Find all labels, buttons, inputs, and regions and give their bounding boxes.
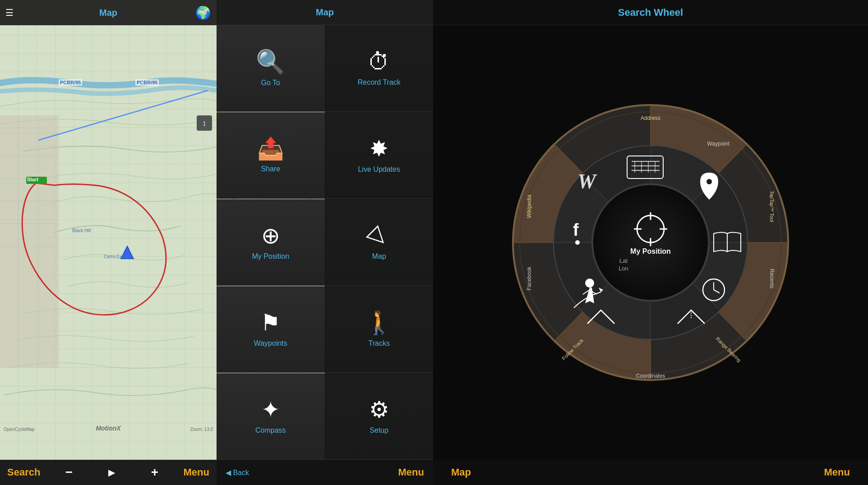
map-footer: Search − ▶ + Menu — [0, 460, 217, 485]
menu-item-setup[interactable]: ⚙ Setup — [325, 373, 434, 460]
menu-item-go-to[interactable]: 🔍 Go To — [217, 25, 325, 112]
search-wheel: f W My Position Address Wayp — [511, 103, 790, 382]
svg-point-54 — [575, 240, 580, 245]
my-position-label: My Position — [252, 252, 289, 261]
live-updates-label: Live Updates — [358, 165, 400, 174]
svg-text:My Position: My Position — [630, 247, 671, 255]
menu-footer: ◀ Back Menu — [217, 460, 433, 485]
menu-header: Map — [217, 0, 433, 25]
navigation-arrow-icon: ▷ — [365, 221, 393, 249]
cerro-cabrillo-label: Cerro Cabrillo — [104, 254, 132, 259]
start-label: Start — [27, 177, 38, 182]
svg-text:TapTap™ Tool: TapTap™ Tool — [769, 191, 775, 222]
svg-text:Address: Address — [641, 115, 660, 121]
black-hill-label: Black Hill — [72, 228, 91, 233]
zoom-in-button[interactable]: + — [133, 465, 176, 480]
search-button[interactable]: Search — [0, 467, 47, 478]
menu-item-my-position[interactable]: ⊕ My Position — [217, 199, 325, 286]
menu-footer-button[interactable]: Menu — [398, 467, 424, 478]
svg-text:Waypoint: Waypoint — [707, 141, 729, 147]
tracks-label: Tracks — [369, 339, 390, 348]
wheel-header: Search Wheel — [433, 0, 868, 25]
wheel-menu-button[interactable]: Menu — [824, 467, 850, 478]
svg-point-45 — [706, 179, 712, 184]
back-button[interactable]: ◀ Back — [226, 468, 249, 477]
map-panel: ☰ Map 🌍 — [0, 0, 217, 485]
flag-icon: ⚑ — [260, 311, 281, 334]
menu-item-record-track[interactable]: ⏱ Record Track — [325, 25, 434, 112]
setup-label: Setup — [369, 426, 388, 435]
svg-text:Lat: Lat — [619, 257, 628, 264]
map-header: ☰ Map 🌍 — [0, 0, 217, 25]
compass-icon: ✦ — [261, 398, 280, 421]
map-brand: MotionX — [96, 425, 120, 432]
menu-item-waypoints[interactable]: ⚑ Waypoints — [217, 286, 325, 373]
svg-text:Facebook: Facebook — [526, 266, 532, 291]
search-wheel-title: Search Wheel — [618, 7, 683, 18]
svg-line-9 — [38, 91, 208, 140]
road-label-2: PCBR/95 — [135, 79, 159, 86]
walker-icon: 🚶 — [365, 311, 393, 334]
map-title: Map — [99, 8, 117, 18]
hamburger-icon[interactable]: ☰ — [5, 7, 14, 18]
menu-item-share[interactable]: 📤 Share — [217, 112, 325, 199]
map-item-label: Map — [372, 252, 386, 261]
svg-text:Lon: Lon — [619, 265, 628, 272]
go-to-label: Go To — [261, 79, 280, 87]
svg-text:Recents: Recents — [769, 269, 775, 288]
compass-label: Compass — [255, 426, 286, 435]
wheel-footer: Map Menu — [433, 460, 868, 485]
navigate-button[interactable]: ▶ — [90, 467, 133, 478]
menu-grid: 🔍 Go To ⏱ Record Track 📤 Share ✸ Live Up… — [217, 25, 433, 460]
svg-rect-0 — [0, 115, 59, 368]
zoom-toggle[interactable]: ↕ — [197, 115, 212, 131]
zoom-controls: ↕ — [197, 115, 212, 131]
wheel-content: f W My Position Address Wayp — [433, 25, 868, 460]
waypoints-label: Waypoints — [254, 339, 287, 348]
search-icon: 🔍 — [256, 50, 285, 73]
svg-text:W: W — [577, 170, 597, 193]
map-background: PCBR/95 PCBR/95 Start Black Hill Cerro C… — [0, 25, 217, 460]
menu-item-live-updates[interactable]: ✸ Live Updates — [325, 112, 434, 199]
search-wheel-panel: Search Wheel — [433, 0, 868, 485]
menu-item-tracks[interactable]: 🚶 Tracks — [325, 286, 434, 373]
menu-panel: Map MotionX 🔍 Go To ⏱ Reco — [217, 0, 433, 485]
map-attribution: OpenCycleMap — [4, 427, 35, 432]
zoom-out-button[interactable]: − — [47, 465, 90, 480]
svg-point-51 — [585, 279, 594, 288]
menu-button[interactable]: Menu — [176, 467, 217, 478]
svg-text:Coordinates: Coordinates — [636, 373, 665, 379]
share-label: Share — [261, 165, 280, 173]
live-updates-icon: ✸ — [369, 137, 388, 160]
wheel-map-button[interactable]: Map — [451, 467, 471, 478]
svg-text:Wikipedia: Wikipedia — [526, 195, 532, 218]
menu-item-map[interactable]: ▷ Map — [325, 199, 434, 286]
svg-text:f: f — [573, 220, 579, 239]
map-zoom-level: Zoom: 13.0 — [190, 427, 213, 432]
globe-icon[interactable]: 🌍 — [195, 5, 211, 20]
share-icon: 📤 — [257, 138, 284, 160]
record-track-label: Record Track — [358, 78, 401, 87]
menu-item-compass[interactable]: ✦ Compass — [217, 373, 325, 460]
crosshair-icon: ⊕ — [261, 224, 280, 247]
settings-icon: ⚙ — [369, 398, 389, 421]
stopwatch-icon: ⏱ — [368, 50, 390, 73]
road-label-1: PCBR/95 — [59, 79, 82, 86]
menu-title: Map — [316, 7, 334, 18]
